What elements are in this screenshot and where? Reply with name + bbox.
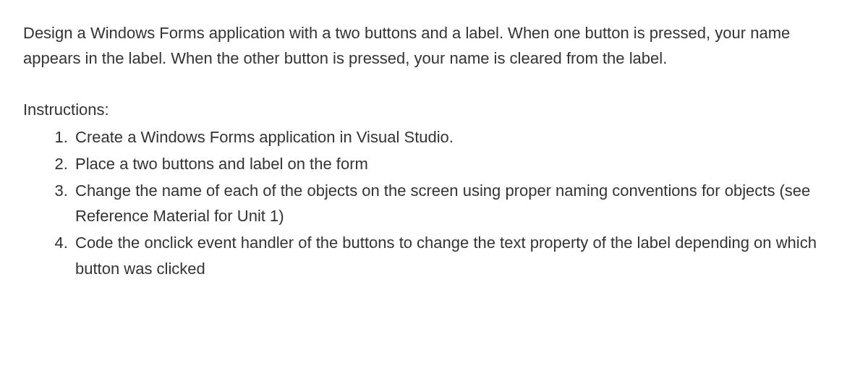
list-item: Place a two buttons and label on the for…: [72, 151, 845, 176]
instructions-heading: Instructions:: [23, 97, 845, 122]
instructions-list: Create a Windows Forms application in Vi…: [23, 124, 845, 281]
list-item: Code the onclick event handler of the bu…: [72, 230, 845, 281]
assignment-description: Design a Windows Forms application with …: [23, 20, 845, 71]
list-item: Change the name of each of the objects o…: [72, 178, 845, 228]
list-item: Create a Windows Forms application in Vi…: [72, 124, 845, 150]
